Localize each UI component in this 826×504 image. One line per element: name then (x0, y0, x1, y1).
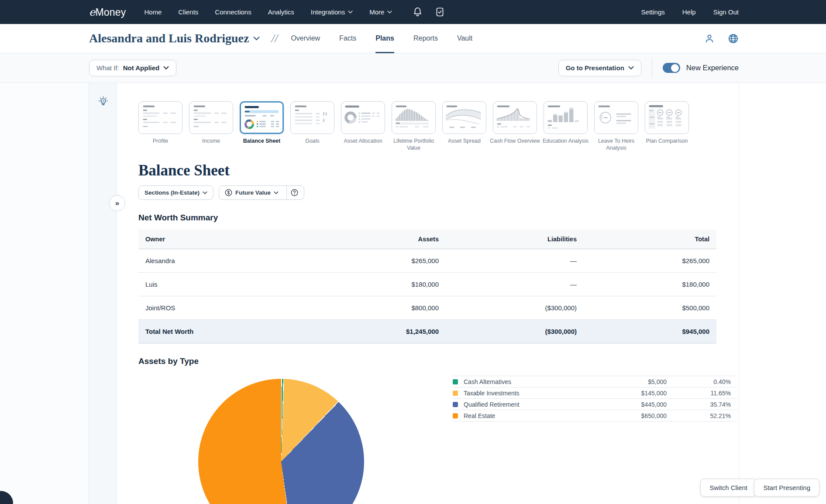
chevron-down-icon[interactable] (274, 191, 279, 195)
nav-settings[interactable]: Settings (641, 8, 665, 16)
sections-filter-dropdown[interactable]: Sections (In-Estate) (138, 185, 213, 200)
legend-swatch (453, 402, 458, 407)
sidebar-expand-button[interactable]: » (109, 195, 125, 211)
negative-value: ($300,000) (446, 320, 584, 343)
carousel-item-lifetime-portfolio-value[interactable]: Lifetime Portfolio Value (392, 101, 436, 151)
value-mode-control: Future Value (219, 185, 304, 200)
legend-swatch (453, 391, 458, 396)
nav-connections[interactable]: Connections (215, 8, 251, 16)
chevron-down-icon (253, 36, 260, 41)
nav-integrations[interactable]: Integrations (311, 8, 353, 16)
chevron-down-icon (628, 66, 634, 70)
carousel-item-cash-flow-overview[interactable]: Cash Flow Overview (493, 101, 537, 151)
column-total: Total (584, 230, 716, 249)
carousel-item-plan-comparison[interactable]: Plan Comparison (645, 101, 689, 151)
tab-facts[interactable]: Facts (339, 24, 356, 53)
start-presenting-button[interactable]: Start Presenting (754, 479, 819, 497)
nav-sign-out[interactable]: Sign Out (713, 8, 739, 16)
net-worth-summary-heading: Net Worth Summary (138, 213, 739, 223)
assets-pie[interactable] (198, 379, 364, 504)
nav-more[interactable]: More (369, 8, 392, 16)
what-if-dropdown[interactable]: What If: Not Applied (89, 60, 176, 76)
left-gutter (0, 83, 89, 504)
carousel-item-asset-allocation[interactable]: Asset Allocation (341, 101, 385, 151)
client-name-dropdown[interactable]: Alesandra and Luis Rodriguez (89, 31, 260, 45)
table-row: Joint/ROS $800,000 ($300,000) $500,000 (138, 296, 716, 320)
legend-swatch (453, 379, 458, 384)
top-navbar: eMoney Home Clients Connections Analytic… (0, 0, 826, 24)
carousel-item-income[interactable]: Income (189, 101, 233, 151)
header-separator: // (271, 32, 278, 45)
assets-by-type-heading: Assets by Type (138, 357, 739, 366)
svg-text:T: T (102, 100, 104, 103)
dollar-circle-icon (225, 189, 232, 196)
person-icon[interactable] (704, 33, 715, 44)
tab-plans[interactable]: Plans (375, 24, 394, 53)
divider (652, 59, 652, 77)
page-title: Balance Sheet (138, 162, 739, 179)
legend-row[interactable]: Taxable Investments $145,000 11.65% (453, 387, 737, 399)
left-sidebar: T (89, 83, 117, 504)
legend-swatch (453, 413, 458, 418)
value-mode-dropdown[interactable]: Future Value (235, 189, 271, 196)
chevron-down-icon (203, 191, 207, 195)
table-row: Luis $180,000 — $180,000 (138, 273, 716, 296)
total-net-worth-row: Total Net Worth $1,245,000 ($300,000) $9… (138, 320, 716, 343)
divider (286, 185, 287, 200)
plan-pages-carousel: Profile Income Balance Sheet Goals Asset… (138, 83, 739, 151)
legend-row[interactable]: Qualified Retirement $445,000 35.74% (453, 399, 737, 410)
table-row: Alesandra $265,000 — $265,000 (138, 249, 716, 273)
tab-overview[interactable]: Overview (291, 24, 320, 53)
assets-by-type-chart: Cash Alternatives $5,000 0.40% Taxable I… (138, 376, 739, 504)
new-experience-label: New Experience (686, 64, 739, 72)
carousel-item-profile[interactable]: Profile (138, 101, 182, 151)
tasks-check-icon[interactable] (435, 7, 444, 17)
go-to-presentation-button[interactable]: Go to Presentation (558, 60, 641, 76)
column-owner: Owner (138, 230, 282, 249)
table-header-row: Owner Assets Liabilities Total (138, 230, 716, 249)
legend-row[interactable]: Cash Alternatives $5,000 0.40% (453, 376, 737, 387)
client-tabs: Overview Facts Plans Reports Vault (291, 24, 472, 53)
nav-help[interactable]: Help (682, 8, 696, 16)
column-assets: Assets (282, 230, 446, 249)
carousel-item-leave-to-heirs-analysis[interactable]: Leave To Heirs Analysis (594, 101, 638, 151)
carousel-item-education-analysis[interactable]: Education Analysis (544, 101, 588, 151)
lightbulb-icon[interactable]: T (97, 96, 109, 108)
carousel-item-asset-spread[interactable]: Asset Spread (442, 101, 486, 151)
net-worth-table: Owner Assets Liabilities Total Alesandra… (138, 230, 716, 343)
carousel-item-goals[interactable]: Goals (290, 101, 334, 151)
column-liabilities: Liabilities (446, 230, 584, 249)
notifications-bell-icon[interactable] (413, 7, 422, 17)
nav-clients[interactable]: Clients (178, 8, 198, 16)
content-area: T » Profile Income Balance Sheet Goals (0, 83, 826, 504)
what-if-bar: What If: Not Applied Go to Presentation … (0, 53, 826, 83)
negative-value: ($300,000) (446, 296, 584, 320)
tab-reports[interactable]: Reports (413, 24, 438, 53)
carousel-item-balance-sheet[interactable]: Balance Sheet (240, 101, 284, 151)
main-panel: Profile Income Balance Sheet Goals Asset… (117, 83, 739, 504)
legend-row[interactable]: Real Estate $650,000 52.21% (453, 410, 737, 422)
tab-vault[interactable]: Vault (457, 24, 472, 53)
client-header: Alesandra and Luis Rodriguez // Overview… (0, 24, 826, 53)
emoney-logo[interactable]: eMoney (89, 6, 126, 18)
help-circle-icon[interactable] (291, 189, 298, 196)
main-nav: Home Clients Connections Analytics Integ… (144, 8, 392, 16)
chevron-down-icon (163, 66, 169, 70)
globe-icon[interactable] (728, 33, 739, 44)
pie-legend: Cash Alternatives $5,000 0.40% Taxable I… (453, 376, 737, 422)
chevron-down-icon (348, 10, 353, 14)
switch-client-button[interactable]: Switch Client (700, 479, 757, 497)
nav-home[interactable]: Home (144, 8, 162, 16)
new-experience-toggle[interactable] (663, 63, 680, 73)
chevron-down-icon (387, 10, 392, 14)
nav-analytics[interactable]: Analytics (268, 8, 294, 16)
